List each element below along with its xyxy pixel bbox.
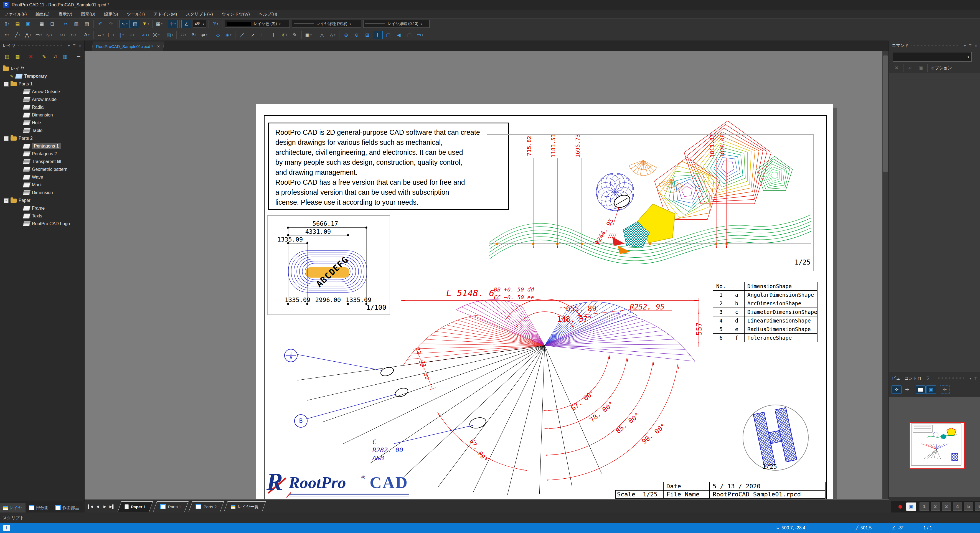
full-view-button[interactable] [916, 385, 926, 394]
explode-tool[interactable]: ✳ [279, 31, 289, 39]
collapse-icon[interactable]: − [4, 136, 9, 141]
layer-item[interactable]: Texts [0, 212, 84, 220]
help-button[interactable]: ? [210, 20, 220, 28]
collapse-icon[interactable]: − [4, 82, 9, 86]
panel-pin-icon[interactable]: ⊤ [974, 376, 977, 380]
script-panel-caption[interactable]: スクリプト [3, 515, 24, 520]
snap-button[interactable]: ✛ [168, 20, 178, 28]
open-file-button[interactable]: ▤ [13, 20, 22, 28]
info-icon[interactable]: i [3, 525, 10, 531]
zoom-window-button[interactable]: ▢ [383, 31, 393, 39]
new-file-button[interactable]: ▯ [2, 20, 12, 28]
layer-item[interactable]: Radial [0, 103, 84, 111]
command-enter-button[interactable]: ↵ [905, 64, 915, 72]
menu-script[interactable]: スクリプト(R) [181, 10, 217, 18]
drawing-paper[interactable]: RootPro CAD is 2D general-purpose CAD so… [256, 104, 833, 499]
layer-item[interactable]: Wave [0, 173, 84, 181]
dimension-linear-tool[interactable]: ↔ [95, 31, 105, 39]
zoom-lock-button[interactable]: ▢ [404, 31, 414, 39]
angle-snap-value[interactable]: 45° [193, 20, 206, 28]
layer-item[interactable]: Frame [0, 204, 84, 212]
select-tool-button[interactable]: ↖ [119, 20, 129, 28]
layer-item[interactable]: Arrow Inside [0, 95, 84, 103]
scrollbar-thumb[interactable] [883, 56, 888, 172]
tab-close-icon[interactable]: ✕ [157, 45, 160, 49]
menu-settings[interactable]: 設定(S) [100, 10, 122, 18]
command-save-button[interactable]: ▣ [916, 64, 926, 72]
angle-snap-button[interactable]: ∠ [181, 20, 191, 28]
undo-button[interactable]: ↶ [95, 20, 105, 28]
array-copy-tool[interactable]: ∷ [178, 31, 188, 39]
sheet-tab-parts1[interactable]: Parts 1 [153, 501, 188, 512]
dimension-baseline-tool[interactable]: ⊢ [106, 31, 116, 39]
grid-button[interactable]: ▦ [154, 20, 164, 28]
measure-area-tool[interactable]: △ [328, 31, 337, 39]
panel-menu-icon[interactable]: ▾ [969, 376, 971, 380]
record-view-icon[interactable] [899, 505, 902, 509]
zoom-previous-button[interactable]: ◀ [394, 31, 404, 39]
menu-shape[interactable]: 図形(D) [77, 10, 100, 18]
print-preview-button[interactable]: ⊡ [47, 20, 57, 28]
panel-menu-icon[interactable]: ▾ [964, 43, 966, 48]
redo-button[interactable]: ↷ [106, 20, 116, 28]
layer-item[interactable]: Dimension [0, 189, 84, 197]
view-bookmark-3[interactable]: 3 [942, 503, 951, 511]
drawing-canvas[interactable]: RootPro CAD is 2D general-purpose CAD so… [84, 51, 888, 499]
line-tool[interactable]: ╱ [13, 31, 22, 39]
layer-item-selected[interactable]: Pentagons 1 [0, 142, 84, 150]
command-cancel-button[interactable]: ✕ [891, 64, 902, 72]
point-tool[interactable]: • [2, 31, 12, 39]
edit-layer-button[interactable]: ✎ [39, 53, 49, 61]
view-bookmark-6[interactable]: 6 [975, 503, 980, 511]
text-tool[interactable]: A [82, 31, 92, 39]
view-bookmark-5[interactable]: 5 [964, 503, 974, 511]
menu-file[interactable]: ファイル(F) [0, 10, 31, 18]
menu-edit[interactable]: 編集(E) [31, 10, 54, 18]
zoom-out-button[interactable]: ⊖ [352, 31, 362, 39]
layer-item[interactable]: Mark [0, 181, 84, 189]
layer-item[interactable]: Table [0, 127, 84, 135]
arc-tool[interactable]: ∩ [68, 31, 78, 39]
menu-window[interactable]: ウィンドウ(W) [217, 10, 254, 18]
layer-properties-button[interactable]: ☑ [49, 53, 60, 61]
node-edit-tool[interactable]: ✛ [269, 31, 279, 39]
panel-grip[interactable] [912, 45, 958, 46]
layer-item[interactable]: Hole [0, 119, 84, 127]
pan-button[interactable]: ✛ [373, 31, 383, 39]
layer-group-parts2[interactable]: − Parts 2 [0, 135, 84, 142]
layer-item[interactable]: Pentagons 2 [0, 150, 84, 158]
new-layer-folder-button[interactable]: ▨ [13, 53, 22, 61]
print-button[interactable]: ▦ [37, 20, 46, 28]
polyline-tool[interactable]: ⋀ [23, 31, 33, 39]
select-box-tool-button[interactable]: ▧ [130, 20, 140, 28]
sheet-nav-prev[interactable]: ◀ [94, 502, 101, 511]
selection-filter-button[interactable]: ▼ [141, 20, 151, 28]
sheet-nav-next[interactable]: ▶ [101, 502, 108, 511]
view-bookmark-1[interactable]: 1 [920, 503, 929, 511]
line-type-combo[interactable]: レイヤ線種 (実線) [292, 20, 361, 28]
collapse-icon[interactable]: − [4, 198, 9, 203]
layer-tree-view-button[interactable]: ☰ [73, 53, 83, 61]
zoom-in-button[interactable]: ⊕ [341, 31, 351, 39]
dock-tab-parts[interactable]: 作図部品 [52, 503, 82, 512]
layer-item[interactable]: Arrow Outside [0, 88, 84, 95]
corner-tool[interactable]: ∟ [258, 31, 268, 39]
view-range-button[interactable]: ✛ [940, 385, 950, 394]
layer-tree-root[interactable]: レイヤ [0, 65, 84, 72]
sheet-nav-first[interactable]: ▌◀ [87, 502, 94, 511]
menu-help[interactable]: ヘルプ(H) [254, 10, 282, 18]
zoom-fit-button[interactable]: ⊞ [362, 31, 372, 39]
insert-image-tool[interactable]: ▣ [303, 31, 313, 39]
edit-text-tool[interactable]: ✎ [290, 31, 300, 39]
balloon-tool[interactable]: Ⓐ [151, 31, 161, 39]
sheet-tab-paper1[interactable]: Paper 1 [118, 501, 153, 512]
menu-tools[interactable]: ツール(T) [122, 10, 149, 18]
dimension-parallel-tool[interactable]: ∥ [116, 31, 126, 39]
panel-grip[interactable] [937, 377, 964, 379]
dimension-vertical-tool[interactable]: ↕ [127, 31, 137, 39]
pan-view-button[interactable]: ✛ [891, 385, 902, 394]
panel-close-icon[interactable]: ✕ [78, 43, 81, 48]
center-view-button[interactable]: ✛ [902, 385, 912, 394]
hatch-tool[interactable]: ▨ [165, 31, 175, 39]
menu-addin[interactable]: アドイン(M) [149, 10, 181, 18]
